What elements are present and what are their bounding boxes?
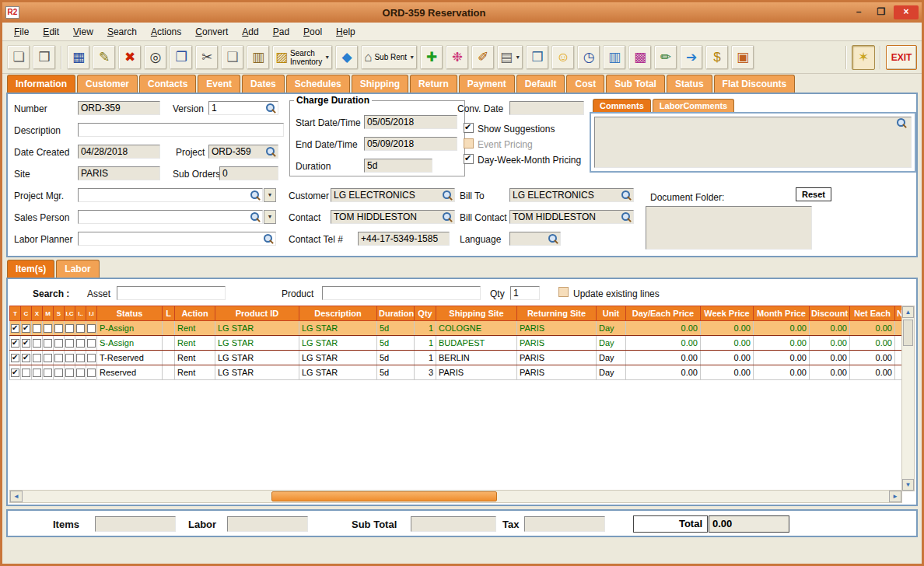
table-cell[interactable]: Rent <box>175 365 215 380</box>
table-cell[interactable] <box>86 351 97 365</box>
table-cell[interactable]: Day <box>597 321 626 336</box>
row-checkbox[interactable] <box>65 339 74 348</box>
column-header[interactable]: M <box>43 306 54 321</box>
row-checkbox[interactable] <box>11 339 19 348</box>
row-checkbox[interactable] <box>44 324 52 333</box>
table-cell[interactable]: 0.00 <box>626 321 701 336</box>
project-field[interactable]: ORD-359 <box>208 145 278 159</box>
table-cell[interactable]: 0.00 <box>626 365 701 380</box>
sales-person-dropdown[interactable]: ▼ <box>264 210 276 224</box>
labor-planner-field[interactable] <box>78 232 276 246</box>
table-cell[interactable]: 0.00 <box>810 336 850 351</box>
row-checkbox[interactable] <box>44 369 52 377</box>
table-cell[interactable]: 0.00 <box>626 351 701 365</box>
table-cell[interactable] <box>163 351 175 365</box>
table-cell[interactable] <box>32 365 43 380</box>
customer-search-icon[interactable] <box>443 190 453 201</box>
row-checkbox[interactable] <box>54 324 63 333</box>
reset-button[interactable]: Reset <box>796 187 831 201</box>
table-cell[interactable] <box>75 336 86 351</box>
row-checkbox[interactable] <box>33 339 41 348</box>
table-cell[interactable] <box>163 321 175 336</box>
customer-field[interactable]: LG ELECTRONICS <box>331 188 455 202</box>
convert-document-icon[interactable]: ❐ <box>170 45 193 70</box>
table-cell[interactable]: 0.00 <box>810 351 850 365</box>
money-icon[interactable]: $ <box>705 45 729 70</box>
table-cell[interactable]: 0.00 <box>626 336 701 351</box>
menu-item-convert[interactable]: Convert <box>188 24 235 40</box>
table-cell[interactable] <box>65 365 75 380</box>
table-cell[interactable]: 0.00 <box>701 365 754 380</box>
table-cell[interactable] <box>54 336 65 351</box>
table-cell[interactable]: 1 <box>415 336 436 351</box>
table-cell[interactable]: PARIS <box>517 351 597 365</box>
copy-icon[interactable]: ❑ <box>221 45 244 70</box>
table-cell[interactable] <box>43 321 54 336</box>
table-cell[interactable]: LG STAR <box>215 365 299 380</box>
table-cell[interactable] <box>32 321 43 336</box>
horizontal-scrollbar[interactable]: ◄ ► <box>9 490 902 503</box>
column-header[interactable]: C <box>21 306 32 321</box>
table-cell[interactable] <box>10 336 21 351</box>
qty-input[interactable]: 1 <box>510 286 540 300</box>
tab-labor[interactable]: Labor <box>56 260 99 278</box>
contact-tel-field[interactable]: +44-17-5349-1585 <box>358 232 450 246</box>
tab-flat-discounts[interactable]: Flat Discounts <box>714 75 796 93</box>
labor-planner-search-icon[interactable] <box>264 234 274 244</box>
table-cell[interactable]: COLOGNE <box>436 321 517 336</box>
row-checkbox[interactable] <box>54 369 63 377</box>
row-checkbox[interactable] <box>33 354 41 362</box>
cut-icon[interactable]: ✂ <box>195 45 219 70</box>
row-checkbox[interactable] <box>76 324 85 333</box>
column-header[interactable]: Duration <box>377 306 415 321</box>
cube-stack-icon[interactable]: ▩ <box>628 45 652 70</box>
search-inventory-button-dropdown-arrow[interactable]: ▼ <box>324 54 330 60</box>
notes-icon[interactable]: ✐ <box>471 45 495 70</box>
column-header[interactable]: I.C <box>65 306 75 321</box>
transfer-boxes-icon[interactable]: ▣ <box>731 45 754 70</box>
vertical-scrollbar[interactable]: ▲ ▼ <box>901 306 915 491</box>
contact-field[interactable]: TOM HIDDLESTON <box>331 210 455 224</box>
table-cell[interactable]: PARIS <box>517 336 597 351</box>
column-header[interactable]: Status <box>97 306 163 321</box>
column-header[interactable]: Week Price <box>701 306 754 321</box>
menu-item-view[interactable]: View <box>66 24 100 40</box>
column-header[interactable]: Description <box>299 306 377 321</box>
tab-customer[interactable]: Customer <box>77 75 138 93</box>
row-checkbox[interactable] <box>87 339 96 348</box>
table-cell[interactable]: Reserved <box>97 365 163 380</box>
site-field[interactable]: PARIS <box>78 166 160 180</box>
table-cell[interactable] <box>86 321 97 336</box>
sub-orders-field[interactable]: 0 <box>219 166 278 180</box>
dwm-pricing-checkbox[interactable] <box>464 154 474 164</box>
pour-tool-icon[interactable]: ◆ <box>335 45 359 70</box>
column-header[interactable]: Returning Site <box>517 306 597 321</box>
column-header[interactable]: Day/Each Price <box>626 306 701 321</box>
menu-item-add[interactable]: Add <box>235 24 265 40</box>
table-cell[interactable]: Rent <box>175 351 215 365</box>
table-cell[interactable] <box>43 351 54 365</box>
search-inventory-button[interactable]: ▨Search Inventory▼ <box>272 45 333 70</box>
edit-document-icon[interactable]: ✏ <box>654 45 677 70</box>
close-button[interactable]: × <box>894 5 919 19</box>
column-header[interactable]: Shipping Site <box>436 306 517 321</box>
column-header[interactable]: Discount <box>810 306 850 321</box>
table-cell[interactable] <box>21 336 32 351</box>
table-cell[interactable]: 0.00 <box>754 321 810 336</box>
sub-rent-button[interactable]: ⌂Sub Rent▼ <box>361 45 418 70</box>
maximize-button[interactable]: ❐ <box>871 5 891 19</box>
table-cell[interactable]: LG STAR <box>299 336 377 351</box>
tab-default[interactable]: Default <box>516 75 565 93</box>
table-cell[interactable]: 0.00 <box>850 351 895 365</box>
binoculars-icon[interactable]: ◎ <box>144 45 167 70</box>
table-cell[interactable] <box>75 351 86 365</box>
table-cell[interactable]: P-Assign <box>97 321 163 336</box>
bill-to-field[interactable]: LG ELECTRONICS <box>509 188 634 202</box>
table-cell[interactable]: PARIS <box>436 365 517 380</box>
bill-to-search-icon[interactable] <box>621 190 632 201</box>
row-checkbox[interactable] <box>87 354 96 362</box>
table-cell[interactable]: 0.00 <box>754 336 810 351</box>
table-cell[interactable] <box>21 365 32 380</box>
menu-item-edit[interactable]: Edit <box>36 24 66 40</box>
row-checkbox[interactable] <box>76 339 85 348</box>
